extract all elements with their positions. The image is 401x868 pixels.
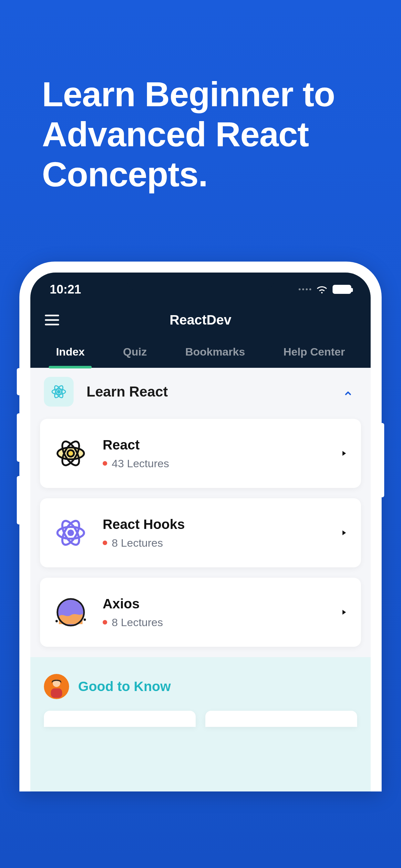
svg-marker-18 [343,610,346,615]
react-logo-icon [44,377,73,407]
course-card-react-hooks[interactable]: React Hooks 8 Lectures [40,498,361,567]
status-dot-icon [103,540,107,545]
globe-icon [53,594,89,630]
atom-icon [53,436,89,471]
good-to-know-title: Good to Know [78,679,171,694]
chevron-up-icon [343,389,352,398]
tab-bookmarks[interactable]: Bookmarks [183,338,248,368]
app-title: ReactDev [169,312,231,328]
wifi-icon [316,283,328,296]
phone-power-button [382,423,384,497]
section-header[interactable]: Learn React [30,368,371,419]
app-bar: ReactDev [30,302,371,338]
course-lectures-label: 8 Lectures [112,537,163,549]
phone-volume-down [17,476,19,524]
svg-point-16 [56,620,58,622]
info-card[interactable] [205,711,357,727]
signal-icon [299,288,311,290]
good-to-know-section: Good to Know [30,657,371,792]
course-card-react[interactable]: React 43 Lectures [40,419,361,488]
phone-screen: 10:21 ReactDev [30,273,371,792]
info-card[interactable] [44,711,196,727]
course-title: React [103,437,333,453]
status-dot-icon [103,620,107,624]
svg-point-12 [67,530,74,536]
phone-mute-switch [17,368,19,395]
tab-index[interactable]: Index [53,338,87,368]
battery-icon [333,285,351,294]
status-dot-icon [103,461,107,466]
course-lectures-label: 8 Lectures [112,616,163,629]
svg-marker-8 [343,451,346,456]
play-icon [340,449,348,458]
avatar-icon [44,674,69,699]
course-card-axios[interactable]: Axios 8 Lectures [40,578,361,647]
course-subtitle: 8 Lectures [103,537,333,549]
course-subtitle: 8 Lectures [103,616,333,629]
course-title: Axios [103,596,333,612]
hero-title: Learn Beginner to Advanced React Concept… [0,0,401,195]
phone-volume-up [17,413,19,462]
menu-button[interactable] [45,315,59,326]
course-lectures-label: 43 Lectures [112,457,169,470]
section-title: Learn React [87,383,168,400]
status-time: 10:21 [50,283,81,297]
play-icon [340,608,348,616]
course-list: React 43 Lectures [30,419,371,647]
svg-marker-13 [343,530,346,535]
svg-point-7 [67,450,74,457]
play-icon [340,529,348,537]
svg-rect-21 [51,688,62,698]
svg-point-17 [84,618,86,621]
atom-icon [53,515,89,551]
tab-help-center[interactable]: Help Center [281,338,348,368]
svg-point-0 [58,391,60,393]
course-title: React Hooks [103,517,333,532]
phone-frame: 10:21 ReactDev [19,261,382,792]
tab-quiz[interactable]: Quiz [120,338,150,368]
content-area: Learn React Rea [30,368,371,792]
phone-notch [126,273,275,292]
course-subtitle: 43 Lectures [103,457,333,470]
tab-bar: Index Quiz Bookmarks Help Center [30,338,371,368]
